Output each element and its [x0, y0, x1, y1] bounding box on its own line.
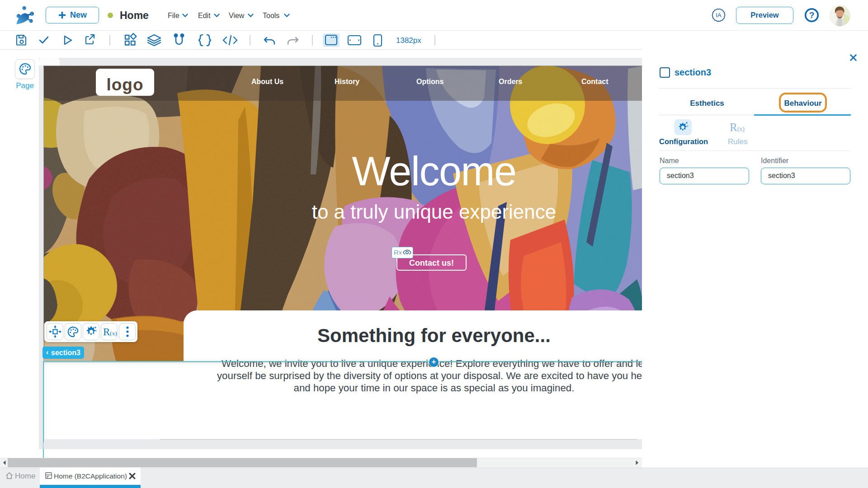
- svg-text:1382px: 1382px: [396, 36, 421, 45]
- svg-text:IA: IA: [716, 12, 722, 19]
- svg-text:?: ?: [809, 10, 815, 20]
